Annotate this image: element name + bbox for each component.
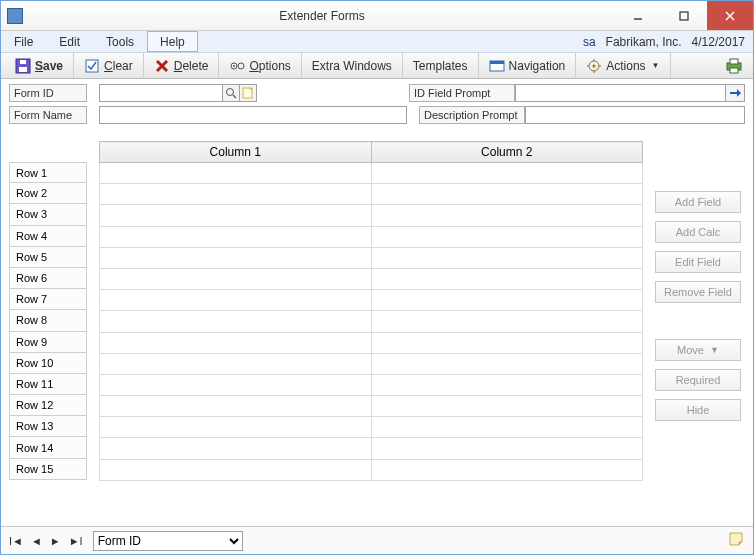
save-button[interactable]: Save bbox=[11, 56, 67, 76]
options-button[interactable]: Options bbox=[225, 56, 294, 76]
navigation-button[interactable]: Navigation bbox=[485, 56, 570, 76]
remove-field-button[interactable]: Remove Field bbox=[655, 281, 741, 303]
form-id-input[interactable] bbox=[99, 84, 223, 102]
grid-cell[interactable] bbox=[100, 417, 372, 438]
grid-cell[interactable] bbox=[371, 396, 643, 417]
clear-button[interactable]: Clear bbox=[80, 56, 137, 76]
form-name-input[interactable] bbox=[99, 106, 407, 124]
grid-cell[interactable] bbox=[371, 226, 643, 247]
grid-cell[interactable] bbox=[371, 459, 643, 480]
required-button[interactable]: Required bbox=[655, 369, 741, 391]
data-grid[interactable]: Column 1 Column 2 bbox=[99, 141, 643, 481]
grid-cell[interactable] bbox=[100, 311, 372, 332]
table-row[interactable] bbox=[100, 163, 643, 184]
desc-prompt-label: Description Prompt bbox=[419, 106, 525, 124]
svg-rect-14 bbox=[490, 61, 504, 64]
menu-tools[interactable]: Tools bbox=[93, 31, 147, 52]
grid-cell[interactable] bbox=[100, 332, 372, 353]
grid-cell[interactable] bbox=[371, 247, 643, 268]
grid-cell[interactable] bbox=[371, 332, 643, 353]
nav-last[interactable]: ►I bbox=[69, 535, 83, 547]
table-row[interactable] bbox=[100, 290, 643, 311]
search-icon bbox=[225, 87, 237, 99]
nav-first[interactable]: I◄ bbox=[9, 535, 23, 547]
table-row[interactable] bbox=[100, 417, 643, 438]
grid-cell[interactable] bbox=[100, 374, 372, 395]
grid-cell[interactable] bbox=[371, 417, 643, 438]
menu-edit[interactable]: Edit bbox=[46, 31, 93, 52]
company-label: Fabrikam, Inc. bbox=[606, 35, 682, 49]
grid-cell[interactable] bbox=[100, 184, 372, 205]
id-prompt-expand[interactable] bbox=[725, 84, 745, 102]
grid-cell[interactable] bbox=[371, 205, 643, 226]
maximize-button[interactable] bbox=[661, 1, 707, 30]
nav-next[interactable]: ► bbox=[50, 535, 61, 547]
grid-cell[interactable] bbox=[371, 163, 643, 184]
grid-cell[interactable] bbox=[371, 311, 643, 332]
grid-cell[interactable] bbox=[100, 163, 372, 184]
column-2-header[interactable]: Column 2 bbox=[371, 142, 643, 163]
menubar-info: sa Fabrikam, Inc. 4/12/2017 bbox=[573, 31, 753, 52]
grid-cell[interactable] bbox=[371, 438, 643, 459]
table-row[interactable] bbox=[100, 459, 643, 480]
grid-cell[interactable] bbox=[371, 290, 643, 311]
add-calc-button[interactable]: Add Calc bbox=[655, 221, 741, 243]
grid-cell[interactable] bbox=[100, 459, 372, 480]
nav-prev[interactable]: ◄ bbox=[31, 535, 42, 547]
table-row[interactable] bbox=[100, 247, 643, 268]
side-buttons: Add Field Add Calc Edit Field Remove Fie… bbox=[655, 141, 741, 520]
app-icon bbox=[7, 8, 23, 24]
grid-cell[interactable] bbox=[100, 205, 372, 226]
minimize-button[interactable] bbox=[615, 1, 661, 30]
print-button[interactable] bbox=[717, 55, 747, 77]
id-prompt-input[interactable] bbox=[515, 84, 726, 102]
grid-cell[interactable] bbox=[100, 438, 372, 459]
close-button[interactable] bbox=[707, 1, 753, 30]
hide-button[interactable]: Hide bbox=[655, 399, 741, 421]
table-row[interactable] bbox=[100, 205, 643, 226]
column-1-header[interactable]: Column 1 bbox=[100, 142, 372, 163]
grid-cell[interactable] bbox=[100, 268, 372, 289]
grid-cell[interactable] bbox=[371, 184, 643, 205]
svg-point-12 bbox=[238, 63, 244, 69]
table-row[interactable] bbox=[100, 332, 643, 353]
sort-select[interactable]: Form ID bbox=[93, 531, 243, 551]
user-label: sa bbox=[583, 35, 596, 49]
id-prompt-label: ID Field Prompt bbox=[409, 84, 515, 102]
svg-point-16 bbox=[593, 64, 596, 67]
table-row[interactable] bbox=[100, 438, 643, 459]
grid-cell[interactable] bbox=[371, 374, 643, 395]
note-button[interactable] bbox=[239, 84, 257, 102]
table-row[interactable] bbox=[100, 226, 643, 247]
table-row[interactable] bbox=[100, 374, 643, 395]
row-label: Row 11 bbox=[9, 374, 87, 395]
desc-prompt-input[interactable] bbox=[525, 106, 745, 124]
menu-help[interactable]: Help bbox=[147, 31, 198, 52]
table-row[interactable] bbox=[100, 184, 643, 205]
grid-cell[interactable] bbox=[100, 290, 372, 311]
grid-cell[interactable] bbox=[371, 353, 643, 374]
notes-icon[interactable] bbox=[727, 530, 745, 551]
date-label: 4/12/2017 bbox=[692, 35, 745, 49]
table-row[interactable] bbox=[100, 353, 643, 374]
edit-field-button[interactable]: Edit Field bbox=[655, 251, 741, 273]
grid-cell[interactable] bbox=[100, 353, 372, 374]
delete-button[interactable]: Delete bbox=[150, 56, 213, 76]
table-row[interactable] bbox=[100, 268, 643, 289]
form-id-label: Form ID bbox=[9, 84, 87, 102]
actions-button[interactable]: Actions ▼ bbox=[582, 56, 663, 76]
grid-cell[interactable] bbox=[100, 226, 372, 247]
row-label: Row 8 bbox=[9, 310, 87, 331]
table-row[interactable] bbox=[100, 311, 643, 332]
menu-file[interactable]: File bbox=[1, 31, 46, 52]
grid-cell[interactable] bbox=[371, 268, 643, 289]
templates-button[interactable]: Templates bbox=[409, 57, 472, 75]
extra-windows-button[interactable]: Extra Windows bbox=[308, 57, 396, 75]
grid-cell[interactable] bbox=[100, 396, 372, 417]
add-field-button[interactable]: Add Field bbox=[655, 191, 741, 213]
table-row[interactable] bbox=[100, 396, 643, 417]
grid-cell[interactable] bbox=[100, 247, 372, 268]
lookup-button[interactable] bbox=[222, 84, 240, 102]
navigation-icon bbox=[489, 58, 505, 74]
move-button[interactable]: Move▼ bbox=[655, 339, 741, 361]
